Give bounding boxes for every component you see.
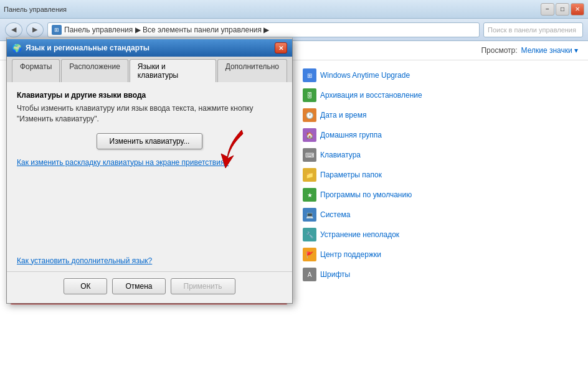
tab-formats[interactable]: Форматы [12, 59, 60, 82]
archiving-label: Архивация и восстановление [320, 91, 422, 100]
apply-button[interactable]: Применить [171, 278, 235, 294]
cp-item-date-time[interactable]: 🕐 Дата и время [300, 106, 578, 124]
system-icon: 💻 [303, 208, 316, 222]
fonts-icon: A [303, 268, 316, 281]
date-time-icon: 🕐 [303, 108, 316, 122]
troubleshoot-icon: 🔧 [303, 228, 316, 241]
cancel-button[interactable]: Отмена [112, 278, 165, 294]
breadcrumb: ⊞ Панель управления ▶ Все элементы панел… [47, 22, 480, 37]
window-controls: − □ ✕ [541, 3, 584, 16]
cp-item-fonts[interactable]: A Шрифты [300, 266, 578, 283]
troubleshoot-label: Устранение неполадок [320, 230, 399, 239]
support-label: Центр поддержки [320, 250, 381, 259]
defaults-label: Программы по умолчанию [320, 190, 412, 199]
system-label: Система [320, 210, 350, 219]
cp-item-support[interactable]: 🚩 Центр поддержки [300, 246, 578, 263]
back-button[interactable]: ◀ [5, 22, 22, 37]
section-desc: Чтобы изменить клавиатуру или язык ввода… [17, 103, 282, 124]
folder-icon: 📁 [303, 168, 316, 182]
tab-advanced[interactable]: Дополнительно [217, 59, 287, 82]
footer-link-area: Как установить дополнительный язык? [7, 250, 292, 271]
cp-item-homegroup[interactable]: 🏠 Домашняя группа [300, 126, 578, 144]
support-icon: 🚩 [303, 248, 316, 261]
windows-anytime-icon: ⊞ [303, 68, 316, 82]
date-time-label: Дата и время [320, 111, 366, 119]
dialog-buttons: ОК Отмена Применить [7, 271, 292, 303]
windows-anytime-label: Windows Anytime Upgrade [320, 71, 410, 80]
title-bar: Панель управления − □ ✕ [0, 0, 588, 19]
fonts-label: Шрифты [320, 270, 350, 279]
keyboard-label: Клавиатура [320, 151, 361, 159]
forward-button[interactable]: ▶ [26, 22, 44, 37]
view-label: Просмотр: [481, 46, 517, 55]
dialog-window: 🌍 Язык и региональные стандарты ✕ Формат… [6, 37, 293, 304]
archiving-icon: 🗄 [303, 88, 316, 102]
cp-item-keyboard[interactable]: ⌨ Клавиатура [300, 146, 578, 164]
homegroup-label: Домашняя группа [320, 131, 382, 139]
ok-button[interactable]: ОК [64, 278, 107, 294]
dialog-content: Клавиатуры и другие языки ввода Чтобы из… [7, 82, 292, 250]
maximize-button[interactable]: □ [556, 3, 569, 16]
tab-languages[interactable]: Языки и клавиатуры [130, 59, 216, 82]
breadcrumb-icon: ⊞ [52, 25, 62, 35]
cp-item-defaults[interactable]: ★ Программы по умолчанию [300, 186, 578, 204]
dialog-tabs: Форматы Расположение Языки и клавиатуры … [7, 57, 292, 82]
dialog-close-button[interactable]: ✕ [275, 42, 287, 54]
close-button[interactable]: ✕ [571, 3, 584, 16]
cp-item-folder[interactable]: 📁 Параметры папок [300, 166, 578, 184]
dialog-icon: 🌍 [12, 44, 22, 53]
additional-language-link[interactable]: Как установить дополнительный язык? [17, 256, 152, 265]
welcome-screen-link[interactable]: Как изменить раскладку клавиатуры на экр… [17, 158, 229, 167]
search-bar[interactable]: Поиск в панели управления [483, 22, 583, 37]
folder-label: Параметры папок [320, 171, 382, 179]
window-title: Панель управления [4, 6, 67, 13]
cp-item-windows-anytime[interactable]: ⊞ Windows Anytime Upgrade [300, 67, 578, 84]
dialog-title: Язык и региональные стандарты [26, 44, 149, 52]
keyboard-icon: ⌨ [303, 148, 316, 162]
cp-item-archiving[interactable]: 🗄 Архивация и восстановление [300, 87, 578, 104]
cp-item-system[interactable]: 💻 Система [300, 206, 578, 223]
view-select[interactable]: Мелкие значки ▾ [521, 46, 578, 55]
defaults-icon: ★ [303, 188, 316, 202]
homegroup-icon: 🏠 [303, 128, 316, 142]
change-keyboard-button[interactable]: Изменить клавиатуру... [97, 133, 203, 149]
section-title: Клавиатуры и другие языки ввода [17, 91, 282, 100]
breadcrumb-text: Панель управления ▶ Все элементы панели … [64, 26, 269, 34]
cp-item-troubleshoot[interactable]: 🔧 Устранение неполадок [300, 226, 578, 243]
tab-location[interactable]: Расположение [61, 59, 128, 82]
dialog-titlebar: 🌍 Язык и региональные стандарты ✕ [7, 39, 292, 57]
search-placeholder: Поиск в панели управления [488, 26, 576, 34]
minimize-button[interactable]: − [541, 3, 554, 16]
